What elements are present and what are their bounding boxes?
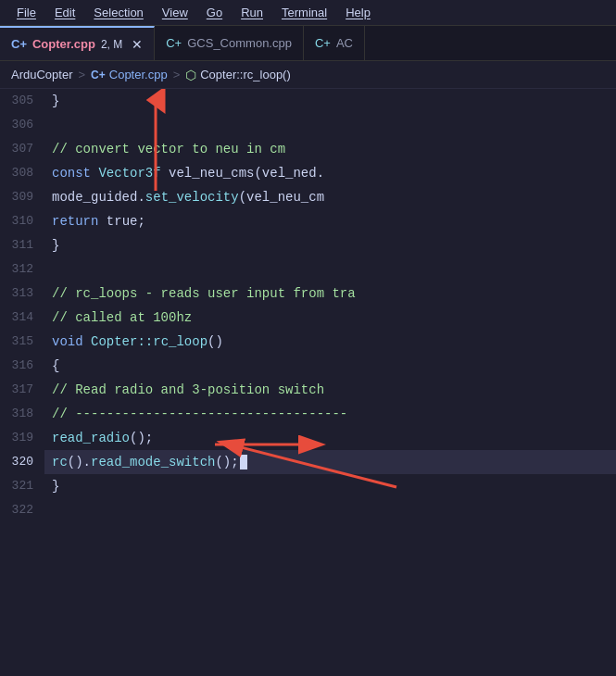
menu-selection[interactable]: Selection: [84, 4, 152, 21]
code-line-320: rc().read_mode_switch();: [44, 450, 616, 474]
tab-copter-cpp[interactable]: C+ Copter.cpp 2, M ✕: [0, 26, 155, 60]
code-line-312: [44, 257, 616, 282]
code-line-309: mode_guided.set_velocity(vel_neu_cm: [44, 185, 616, 209]
code-line-313: // rc_loops - reads user input from tra: [44, 282, 616, 306]
breadcrumb: ArduCopter > C+ Copter.cpp > ⬡ Copter::r…: [0, 61, 616, 89]
ln-317: 317: [0, 378, 33, 402]
code-area[interactable]: } // convert vector to neu in cm const V…: [44, 89, 616, 676]
tab-close-button[interactable]: ✕: [132, 37, 143, 52]
ln-309: 309: [0, 185, 33, 209]
ln-314: 314: [0, 306, 33, 330]
ln-308: 308: [0, 161, 33, 185]
ln-315: 315: [0, 330, 33, 354]
code-line-307: // convert vector to neu in cm: [44, 137, 616, 161]
breadcrumb-icon-c: C+: [91, 69, 106, 81]
ln-321: 321: [0, 474, 33, 498]
ln-319: 319: [0, 426, 33, 450]
code-line-306: [44, 113, 616, 137]
menu-run[interactable]: Run: [232, 4, 272, 21]
ln-318: 318: [0, 402, 33, 426]
ln-322: 322: [0, 498, 33, 522]
menubar: File Edit Selection View Go Run Terminal…: [0, 0, 616, 26]
breadcrumb-sep-2: >: [173, 68, 181, 81]
tab-modified-indicator: 2, M: [101, 38, 122, 51]
code-line-322: [44, 498, 616, 522]
code-line-315: void Copter::rc_loop(): [44, 330, 616, 354]
tab-name-ac: AC: [336, 36, 353, 50]
tab-name-copter: Copter.cpp: [32, 37, 95, 51]
tab-gcs-common[interactable]: C+ GCS_Common.cpp: [155, 26, 304, 60]
tab-ac[interactable]: C+ AC: [304, 26, 365, 60]
code-line-311: }: [44, 233, 616, 257]
ln-307: 307: [0, 137, 33, 161]
ln-320: 320: [0, 450, 33, 474]
ln-306: 306: [0, 113, 33, 137]
ln-311: 311: [0, 233, 33, 257]
code-line-316: {: [44, 354, 616, 378]
line-numbers: 305 306 307 308 309 310 311 312 313 314 …: [0, 89, 44, 676]
tab-icon-ac: C+: [315, 36, 331, 50]
code-line-317: // Read radio and 3-position switch: [44, 378, 616, 402]
breadcrumb-file[interactable]: Copter.cpp: [109, 68, 168, 81]
ln-310: 310: [0, 209, 33, 233]
code-line-310: return true;: [44, 209, 616, 233]
code-line-319: read_radio();: [44, 426, 616, 450]
ln-312: 312: [0, 257, 33, 282]
menu-help[interactable]: Help: [336, 4, 380, 21]
code-line-308: const Vector3f vel_neu_cms(vel_ned.: [44, 161, 616, 185]
tabbar: C+ Copter.cpp 2, M ✕ C+ GCS_Common.cpp C…: [0, 26, 616, 61]
ln-305: 305: [0, 89, 33, 113]
code-line-305: }: [44, 89, 616, 113]
breadcrumb-arducopter[interactable]: ArduCopter: [11, 68, 72, 81]
breadcrumb-sep-1: >: [78, 68, 85, 81]
ln-313: 313: [0, 282, 33, 306]
menu-file[interactable]: File: [7, 4, 45, 21]
menu-go[interactable]: Go: [197, 4, 232, 21]
breadcrumb-function[interactable]: Copter::rc_loop(): [200, 68, 291, 81]
menu-edit[interactable]: Edit: [45, 4, 84, 21]
tab-icon-gcs: C+: [166, 36, 182, 50]
breadcrumb-icon-cube: ⬡: [185, 68, 196, 82]
tab-icon-cplus: C+: [11, 37, 27, 51]
menu-view[interactable]: View: [153, 4, 197, 21]
menu-terminal[interactable]: Terminal: [272, 4, 336, 21]
code-line-321: }: [44, 474, 616, 498]
code-line-314: // called at 100hz: [44, 306, 616, 330]
editor: 305 306 307 308 309 310 311 312 313 314 …: [0, 89, 616, 676]
code-line-318: // -----------------------------------: [44, 402, 616, 426]
tab-name-gcs: GCS_Common.cpp: [187, 36, 292, 50]
ln-316: 316: [0, 354, 33, 378]
